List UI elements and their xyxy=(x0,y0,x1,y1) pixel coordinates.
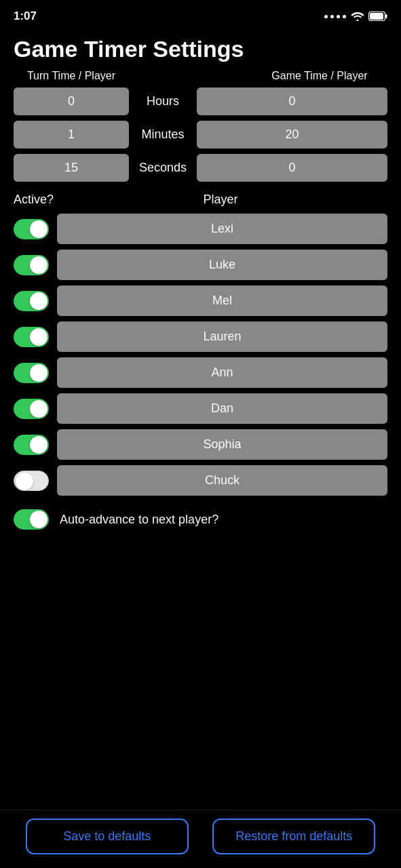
player-list: LexiLukeMelLaurenAnnDanSophiaChuck xyxy=(14,214,387,496)
game-minutes-field[interactable]: 20 xyxy=(197,121,387,149)
player-toggle-ann[interactable] xyxy=(14,363,49,383)
restore-defaults-button[interactable]: Restore from defaults xyxy=(212,818,375,854)
player-toggle-sophia[interactable] xyxy=(14,435,49,455)
game-seconds-field[interactable]: 0 xyxy=(197,154,387,182)
player-toggle-lauren[interactable] xyxy=(14,327,49,347)
player-name-mel[interactable]: Mel xyxy=(57,285,387,316)
hours-label: Hours xyxy=(136,94,190,108)
player-row: Luke xyxy=(14,250,387,280)
player-name-sophia[interactable]: Sophia xyxy=(57,429,387,460)
players-headers: Active? Player xyxy=(14,193,387,207)
player-row: Lauren xyxy=(14,321,387,352)
bottom-buttons: Save to defaults Restore from defaults xyxy=(0,810,401,868)
turn-hours-field[interactable]: 0 xyxy=(14,87,129,115)
signal-dots-icon xyxy=(324,15,347,18)
player-name-chuck[interactable]: Chuck xyxy=(57,465,387,496)
minutes-label: Minutes xyxy=(136,127,190,142)
time-row-minutes: 1 Minutes 20 xyxy=(14,121,387,149)
auto-advance-toggle[interactable] xyxy=(14,509,49,530)
player-row: Sophia xyxy=(14,429,387,460)
auto-advance-row: Auto-advance to next player? xyxy=(14,509,387,530)
player-name-ann[interactable]: Ann xyxy=(57,357,387,388)
svg-rect-1 xyxy=(370,13,383,20)
player-row: Lexi xyxy=(14,214,387,244)
player-row: Mel xyxy=(14,285,387,316)
status-icons xyxy=(324,12,387,21)
status-bar: 1:07 xyxy=(0,0,401,30)
player-name-lauren[interactable]: Lauren xyxy=(57,321,387,352)
player-toggle-chuck[interactable] xyxy=(14,471,49,491)
svg-rect-2 xyxy=(385,14,387,18)
time-headers: Turn Time / Player Game Time / Player xyxy=(14,70,387,82)
player-header: Player xyxy=(54,193,387,207)
player-toggle-dan[interactable] xyxy=(14,399,49,419)
time-row-hours: 0 Hours 0 xyxy=(14,87,387,115)
player-row: Chuck xyxy=(14,465,387,496)
turn-seconds-field[interactable]: 15 xyxy=(14,154,129,182)
turn-time-header: Turn Time / Player xyxy=(14,70,129,82)
player-toggle-mel[interactable] xyxy=(14,291,49,311)
game-hours-field[interactable]: 0 xyxy=(197,87,387,115)
time-row-seconds: 15 Seconds 0 xyxy=(14,154,387,182)
auto-advance-label: Auto-advance to next player? xyxy=(60,513,218,527)
seconds-label: Seconds xyxy=(136,161,190,175)
player-toggle-lexi[interactable] xyxy=(14,219,49,239)
turn-minutes-field[interactable]: 1 xyxy=(14,121,129,149)
page-title: Game Timer Settings xyxy=(14,37,387,62)
active-header: Active? xyxy=(14,193,54,207)
battery-icon xyxy=(368,12,387,21)
status-time: 1:07 xyxy=(14,9,37,23)
player-row: Ann xyxy=(14,357,387,388)
wifi-icon xyxy=(351,12,364,21)
player-toggle-luke[interactable] xyxy=(14,255,49,275)
player-name-luke[interactable]: Luke xyxy=(57,250,387,280)
main-content: Game Timer Settings Turn Time / Player G… xyxy=(0,30,401,611)
player-name-dan[interactable]: Dan xyxy=(57,393,387,424)
player-name-lexi[interactable]: Lexi xyxy=(57,214,387,244)
player-row: Dan xyxy=(14,393,387,424)
save-defaults-button[interactable]: Save to defaults xyxy=(26,818,189,854)
game-time-header: Game Time / Player xyxy=(252,70,387,82)
